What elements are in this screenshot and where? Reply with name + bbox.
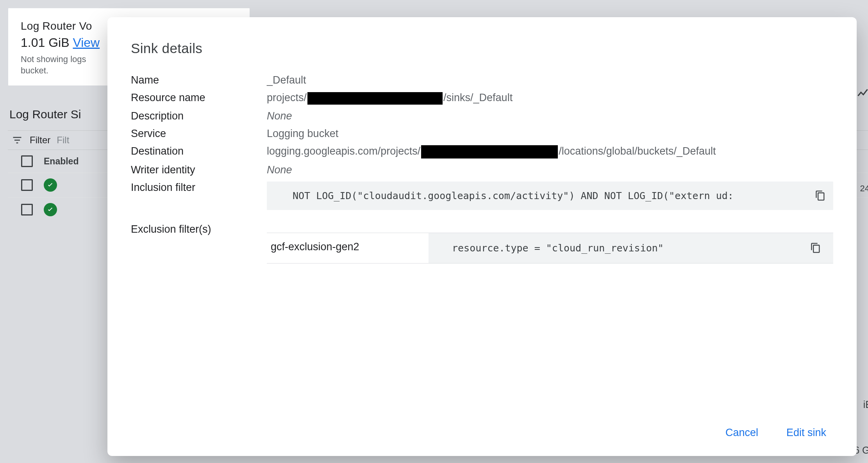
edit-sink-button[interactable]: Edit sink — [786, 427, 826, 439]
redacted-block — [307, 92, 443, 105]
dialog-title: Sink details — [131, 41, 833, 56]
field-resource-name: Resource name projects//sinks/_Default — [131, 92, 833, 105]
field-exclusion-filters: Exclusion filter(s) gcf-exclusion-gen2 r… — [131, 223, 833, 264]
label-writer-identity: Writer identity — [131, 164, 267, 176]
value-destination: logging.googleapis.com/projects//locatio… — [267, 145, 716, 158]
label-name: Name — [131, 74, 267, 86]
inclusion-code-text: NOT LOG_ID("cloudaudit.googleapis.com/ac… — [293, 190, 734, 201]
exclusion-filter-name: gcf-exclusion-gen2 — [267, 233, 429, 263]
exclusion-filter-row: gcf-exclusion-gen2 resource.type = "clou… — [267, 233, 833, 264]
field-destination: Destination logging.googleapis.com/proje… — [131, 145, 833, 158]
value-description: None — [267, 110, 292, 122]
dialog-actions: Cancel Edit sink — [131, 427, 833, 439]
value-resource-name: projects//sinks/_Default — [267, 92, 513, 105]
label-destination: Destination — [131, 145, 267, 158]
value-name: _Default — [267, 74, 306, 86]
cancel-button[interactable]: Cancel — [725, 427, 758, 439]
resource-prefix: projects/ — [267, 92, 307, 103]
value-writer-identity: None — [267, 164, 292, 176]
field-name: Name _Default — [131, 74, 833, 86]
value-service: Logging bucket — [267, 128, 338, 140]
label-resource-name: Resource name — [131, 92, 267, 105]
label-inclusion-filter: Inclusion filter — [131, 182, 267, 194]
copy-icon[interactable] — [807, 240, 824, 256]
label-description: Description — [131, 110, 267, 122]
field-service: Service Logging bucket — [131, 128, 833, 140]
label-service: Service — [131, 128, 267, 140]
resource-suffix: /sinks/_Default — [443, 92, 513, 103]
sink-details-dialog: Sink details Name _Default Resource name… — [107, 17, 857, 456]
field-description: Description None — [131, 110, 833, 122]
destination-suffix: /locations/global/buckets/_Default — [559, 145, 716, 157]
inclusion-filter-code: NOT LOG_ID("cloudaudit.googleapis.com/ac… — [267, 182, 833, 210]
label-exclusion-filters: Exclusion filter(s) — [131, 223, 267, 235]
modal-overlay: Sink details Name _Default Resource name… — [0, 0, 868, 463]
field-inclusion-filter: Inclusion filter NOT LOG_ID("cloudaudit.… — [131, 182, 833, 210]
destination-prefix: logging.googleapis.com/projects/ — [267, 145, 420, 157]
copy-icon[interactable] — [812, 187, 829, 204]
redacted-block — [421, 145, 558, 158]
field-writer-identity: Writer identity None — [131, 164, 833, 176]
exclusion-code-text: resource.type = "cloud_run_revision" — [452, 242, 664, 254]
exclusion-filter-code: resource.type = "cloud_run_revision" — [429, 233, 833, 263]
